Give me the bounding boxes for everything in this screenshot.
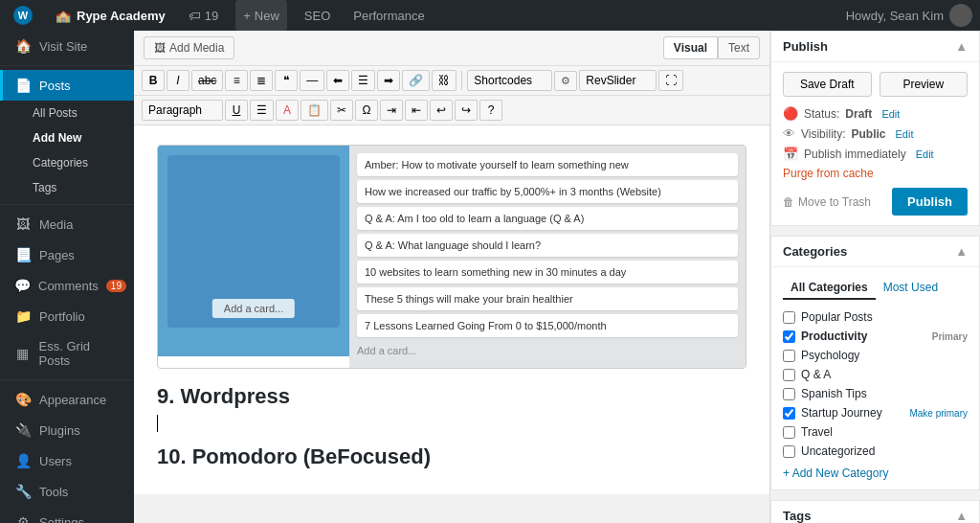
menu-sep-1 (0, 65, 134, 66)
revslider-select[interactable]: RevSlider (579, 70, 657, 91)
publish-footer: 🗑 Move to Trash Publish (783, 188, 968, 216)
status-icon: 🔴 (783, 106, 798, 121)
visual-text-tabs: Visual Text (663, 36, 760, 59)
publish-toggle[interactable]: ▲ (955, 39, 968, 54)
move-to-trash-button[interactable]: 🗑 Move to Trash (783, 195, 871, 209)
text-cursor (157, 415, 158, 432)
visibility-edit-link[interactable]: Edit (895, 128, 913, 140)
purge-cache-link[interactable]: Purge from cache (783, 167, 968, 180)
cat-checkbox-spanish-tips[interactable] (783, 388, 795, 400)
menu-sep-3 (0, 379, 134, 380)
ess-grid-icon: ▦ (14, 346, 32, 361)
sidebar-item-all-posts[interactable]: All Posts (0, 101, 134, 125)
outdent-button[interactable]: ⇤ (405, 100, 428, 121)
sidebar-item-posts[interactable]: 📄 Posts (0, 70, 134, 101)
notifications-link[interactable]: 🏷 19 (183, 0, 224, 31)
cat-item-productivity: Productivity Primary (783, 327, 968, 346)
sidebar-item-portfolio[interactable]: 📁 Portfolio (0, 301, 134, 331)
tab-most-used[interactable]: Most Used (876, 277, 946, 300)
cat-checkbox-uncategorized[interactable] (783, 445, 795, 458)
hr-button[interactable]: — (300, 70, 324, 91)
shortcodes-select[interactable]: Shortcodes (467, 70, 552, 91)
add-card-button-2[interactable]: Add a card... (357, 341, 738, 360)
seo-link[interactable]: SEO (299, 0, 336, 31)
help-button[interactable]: ? (479, 100, 502, 121)
make-primary-link[interactable]: Make primary (909, 408, 968, 419)
undo-button[interactable]: ↩ (430, 100, 453, 121)
tools-label: Tools (39, 485, 68, 499)
sidebar-item-visit-site[interactable]: 🏠 Visit Site (0, 31, 134, 61)
publish-time-edit-link[interactable]: Edit (916, 148, 934, 160)
align-right-button[interactable]: ➡ (377, 70, 400, 91)
sidebar-item-ess-grid[interactable]: ▦ Ess. Grid Posts (0, 331, 134, 375)
blockquote-button[interactable]: ❝ (275, 70, 298, 91)
sidebar-item-users[interactable]: 👤 Users (0, 445, 134, 476)
sidebar-item-plugins[interactable]: 🔌 Plugins (0, 415, 134, 445)
paste-word-button[interactable]: 📋 (301, 100, 328, 121)
categories-postbox: Categories ▲ All Categories Most Used Po… (770, 236, 980, 490)
sidebar-item-settings[interactable]: ⚙ Settings (0, 507, 134, 523)
underline-button[interactable]: U (225, 100, 248, 121)
admin-menu: 🏠 Visit Site 📄 Posts All Posts Add New C… (0, 31, 134, 523)
tab-visual[interactable]: Visual (663, 36, 718, 59)
special-char-button[interactable]: Ω (355, 100, 378, 121)
justify-button[interactable]: ☰ (250, 100, 274, 121)
notifications-count: 19 (205, 9, 218, 23)
redo-button[interactable]: ↪ (455, 100, 478, 121)
sidebar-item-pages[interactable]: 📃 Pages (0, 239, 134, 270)
strikethrough-button[interactable]: abc (191, 70, 223, 91)
cat-item-startup-journey: Startup Journey Make primary (783, 403, 968, 422)
tags-toggle[interactable]: ▲ (955, 509, 968, 523)
sidebar-item-media[interactable]: 🖼 Media (0, 209, 134, 239)
bullet-list-button[interactable]: ≡ (225, 70, 248, 91)
tab-text[interactable]: Text (718, 36, 760, 59)
bold-button[interactable]: B (142, 70, 165, 91)
clear-format-button[interactable]: ✂ (330, 100, 353, 121)
status-edit-link[interactable]: Edit (881, 108, 900, 120)
tab-all-categories[interactable]: All Categories (783, 277, 876, 300)
site-name: Rype Academy (77, 9, 166, 23)
trash-label: Move to Trash (798, 195, 871, 209)
tags-postbox-header: Tags ▲ (771, 501, 979, 523)
add-media-button[interactable]: 🖼 Add Media (144, 36, 234, 59)
indent-button[interactable]: ⇥ (380, 100, 403, 121)
tags-postbox: Tags ▲ (770, 500, 980, 523)
categories-toggle[interactable]: ▲ (955, 244, 968, 259)
sidebar-item-tools[interactable]: 🔧 Tools (0, 476, 134, 507)
number-list-button[interactable]: ≣ (250, 70, 273, 91)
add-media-label: Add Media (169, 41, 224, 55)
publish-top-actions: Save Draft Preview (783, 72, 968, 97)
add-new-category-link[interactable]: + Add New Category (783, 466, 968, 480)
publish-button[interactable]: Publish (892, 188, 968, 216)
trello-card-3: Q & A: Am I too old to learn a language … (357, 207, 738, 230)
wp-logo[interactable]: W (8, 0, 38, 31)
sidebar-item-appearance[interactable]: 🎨 Appearance (0, 384, 134, 415)
text-color-button[interactable]: A (276, 100, 299, 121)
cat-checkbox-psychology[interactable] (783, 350, 795, 362)
performance-link[interactable]: Performance (347, 0, 430, 31)
editor-content[interactable]: Add a card... Amber: How to motivate you… (134, 125, 769, 494)
sidebar-item-tags[interactable]: Tags (0, 175, 134, 200)
add-card-button-1[interactable]: Add a card... (212, 299, 295, 318)
sidebar-item-comments[interactable]: 💬 Comments 19 (0, 270, 134, 301)
sidebar-item-add-new[interactable]: Add New (0, 125, 134, 150)
site-name-link[interactable]: 🏫 Rype Academy (50, 0, 171, 31)
new-content-button[interactable]: + New (235, 0, 287, 31)
align-left-button[interactable]: ⬅ (326, 70, 349, 91)
save-draft-button[interactable]: Save Draft (783, 72, 872, 97)
cat-checkbox-popular-posts[interactable] (783, 311, 795, 324)
preview-button[interactable]: Preview (880, 72, 969, 97)
unlink-button[interactable]: ⛓ (432, 70, 457, 91)
sidebar-item-categories[interactable]: Categories (0, 150, 134, 175)
link-button[interactable]: 🔗 (402, 70, 430, 91)
settings-icon: ⚙ (14, 514, 32, 523)
italic-button[interactable]: I (167, 70, 189, 91)
user-info[interactable]: Howdy, Sean Kim (846, 4, 972, 27)
cat-checkbox-startup-journey[interactable] (783, 407, 795, 420)
paragraph-select[interactable]: Paragraph (142, 100, 223, 121)
cat-checkbox-productivity[interactable] (783, 330, 795, 343)
cat-checkbox-qa[interactable] (783, 369, 795, 381)
cat-checkbox-travel[interactable] (783, 426, 795, 439)
align-center-button[interactable]: ☰ (351, 70, 375, 91)
fullscreen-button[interactable]: ⛶ (658, 70, 683, 91)
